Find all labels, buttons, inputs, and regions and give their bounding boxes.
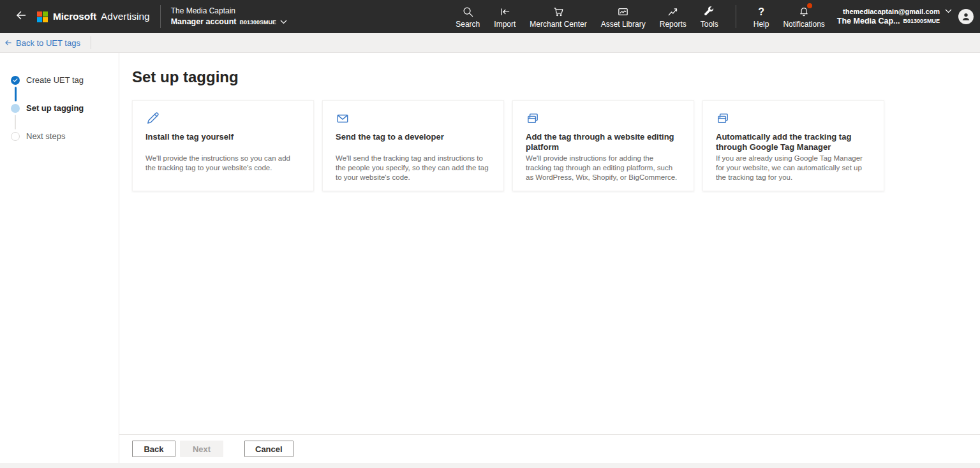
wrench-icon xyxy=(703,5,715,18)
step-label: Set up tagging xyxy=(26,103,84,113)
wizard-footer: Back Next Cancel xyxy=(119,434,980,463)
user-name: The Media Cap... xyxy=(837,16,900,26)
account-type: Manager account xyxy=(171,17,237,27)
step-upcoming-dot-icon xyxy=(11,132,20,141)
cancel-button[interactable]: Cancel xyxy=(244,441,293,457)
search-icon xyxy=(462,5,474,18)
import-icon xyxy=(499,5,511,18)
top-app-bar: Microsoft Advertising The Media Captain … xyxy=(0,0,980,33)
nav-label: Notifications xyxy=(783,20,824,29)
global-back-button[interactable] xyxy=(11,7,31,26)
browser-window-icon xyxy=(526,111,681,126)
tagging-option-cards: Install the tag yourself We'll provide t… xyxy=(132,100,980,191)
next-button[interactable]: Next xyxy=(180,441,223,457)
card-description: We'll provide the instructions so you ca… xyxy=(145,154,301,173)
card-description: If you are already using Google Tag Mana… xyxy=(716,154,871,182)
trend-chart-icon xyxy=(667,5,679,18)
notification-badge-dot xyxy=(807,3,812,8)
card-description: We'll provide instructions for adding th… xyxy=(526,154,681,182)
page-title: Set up tagging xyxy=(132,68,980,86)
notifications-button[interactable]: Notifications xyxy=(776,0,831,33)
card-website-editing-platform[interactable]: Add the tag through a website editing pl… xyxy=(512,100,694,191)
card-title: Add the tag through a website editing pl… xyxy=(526,132,681,154)
microsoft-logo-icon xyxy=(37,11,48,22)
bottom-strip xyxy=(0,463,980,468)
chevron-down-icon xyxy=(280,20,287,24)
nav-item-search[interactable]: Search xyxy=(449,0,487,33)
card-title: Automatically add the tracking tag throu… xyxy=(716,132,871,154)
account-switcher[interactable]: The Media Captain Manager account B01300… xyxy=(171,6,287,27)
card-install-tag-yourself[interactable]: Install the tag yourself We'll provide t… xyxy=(132,100,314,191)
nav-item-tools[interactable]: Tools xyxy=(694,0,725,33)
nav-item-import[interactable]: Import xyxy=(487,0,523,33)
nav-label: Help xyxy=(754,20,769,29)
pencil-icon xyxy=(145,111,301,126)
user-email: themediacaptain@gmail.com xyxy=(837,7,940,16)
user-menu[interactable]: themediacaptain@gmail.com The Media Cap.… xyxy=(837,7,940,27)
step-label: Next steps xyxy=(26,131,65,141)
back-link-label: Back to UET tags xyxy=(16,38,80,48)
brand-product: Advertising xyxy=(101,11,150,22)
brand-company: Microsoft xyxy=(53,11,96,22)
nav-label: Asset Library xyxy=(601,20,646,29)
nav-label: Reports xyxy=(660,20,687,29)
wizard-stepper-sidebar: Create UET tag Set up tagging Next steps xyxy=(0,53,119,463)
step-connector xyxy=(15,115,16,129)
person-icon xyxy=(960,10,972,23)
nav-label: Merchant Center xyxy=(530,20,586,29)
step-complete-check-icon xyxy=(11,76,20,85)
cart-icon xyxy=(553,5,565,18)
profile-avatar[interactable] xyxy=(958,9,974,24)
topbar-divider xyxy=(160,5,161,28)
card-google-tag-manager[interactable]: Automatically add the tracking tag throu… xyxy=(702,100,884,191)
backbar-divider xyxy=(91,36,91,49)
image-icon xyxy=(617,5,629,18)
step-current-dot-icon xyxy=(11,104,20,113)
brand-logo[interactable]: Microsoft Advertising xyxy=(37,11,150,22)
browser-window-icon xyxy=(716,111,871,126)
nav-label: Import xyxy=(494,20,516,29)
step-set-up-tagging[interactable]: Set up tagging xyxy=(11,103,119,113)
nav-label: Tools xyxy=(701,20,718,29)
nav-item-asset-library[interactable]: Asset Library xyxy=(594,0,653,33)
card-description: We'll send the tracking tag and instruct… xyxy=(336,154,491,182)
bell-icon xyxy=(798,5,810,18)
help-icon: ? xyxy=(758,5,764,18)
envelope-icon xyxy=(336,111,491,126)
step-create-uet-tag[interactable]: Create UET tag xyxy=(11,75,119,85)
card-send-tag-to-developer[interactable]: Send the tag to a developer We'll send t… xyxy=(322,100,504,191)
back-arrow-icon xyxy=(15,9,27,24)
card-title: Install the tag yourself xyxy=(145,132,301,154)
sub-header-bar: Back to UET tags xyxy=(0,33,980,53)
back-button[interactable]: Back xyxy=(132,441,175,457)
step-label: Create UET tag xyxy=(26,75,84,85)
user-account-id: B01300SMUE xyxy=(903,18,940,26)
step-connector xyxy=(15,87,17,101)
nav-label: Search xyxy=(456,20,480,29)
topbar-divider xyxy=(736,5,736,28)
help-button[interactable]: ? Help xyxy=(746,0,776,33)
account-name: The Media Captain xyxy=(171,6,287,16)
step-next-steps[interactable]: Next steps xyxy=(11,131,119,141)
nav-item-reports[interactable]: Reports xyxy=(653,0,694,33)
main-content: Set up tagging Install the tag yourself … xyxy=(119,53,980,434)
card-title: Send the tag to a developer xyxy=(336,132,491,154)
account-id: B01300SMUE xyxy=(239,19,276,26)
back-to-uet-tags-link[interactable]: Back to UET tags xyxy=(4,38,80,48)
back-arrow-icon xyxy=(4,39,13,47)
chevron-down-icon xyxy=(945,9,952,13)
nav-item-merchant-center[interactable]: Merchant Center xyxy=(523,0,593,33)
